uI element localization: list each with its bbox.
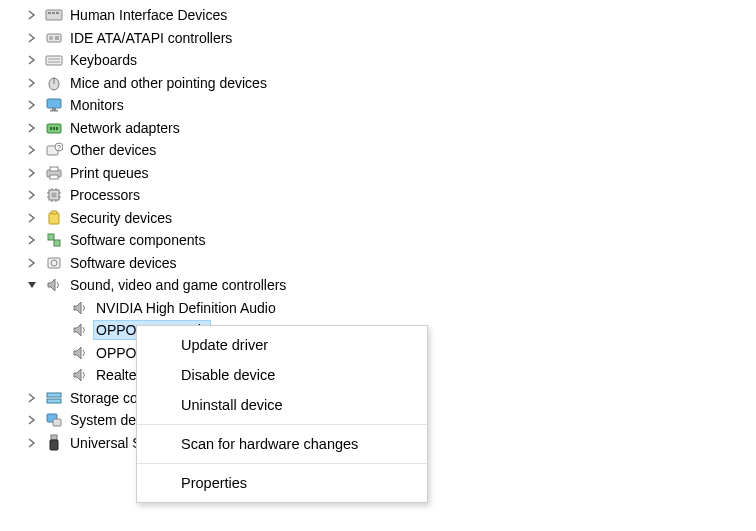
tree-item-network[interactable]: Network adapters: [6, 117, 756, 140]
context-menu: Update driver Disable device Uninstall d…: [136, 325, 428, 503]
tree-item-label: Print queues: [68, 164, 151, 182]
svg-rect-45: [51, 435, 57, 440]
system-icon: [44, 411, 64, 429]
svg-rect-14: [50, 110, 58, 112]
svg-rect-38: [54, 240, 60, 246]
svg-rect-16: [50, 127, 52, 130]
tree-item-keyboards[interactable]: Keyboards: [6, 49, 756, 72]
menu-uninstall-device[interactable]: Uninstall device: [137, 390, 427, 420]
tree-item-mice[interactable]: Mice and other pointing devices: [6, 72, 756, 95]
svg-point-5: [49, 36, 53, 40]
tree-item-processors[interactable]: Processors: [6, 184, 756, 207]
tree-item-sound-child[interactable]: NVIDIA High Definition Audio: [6, 297, 756, 320]
software-device-icon: [44, 254, 64, 272]
usb-icon: [44, 434, 64, 452]
tree-item-label: Other devices: [68, 141, 158, 159]
chevron-right-icon[interactable]: [24, 75, 40, 91]
chevron-right-icon[interactable]: [24, 165, 40, 181]
chevron-right-icon[interactable]: [24, 30, 40, 46]
svg-rect-46: [50, 440, 58, 450]
sound-icon: [70, 321, 90, 339]
menu-separator: [137, 424, 427, 425]
tree-item-label: Software components: [68, 231, 207, 249]
chevron-down-icon[interactable]: [24, 277, 40, 293]
svg-rect-42: [47, 399, 61, 403]
sound-icon: [44, 276, 64, 294]
svg-rect-26: [52, 193, 57, 198]
svg-rect-18: [56, 127, 58, 130]
svg-rect-17: [53, 127, 55, 130]
chevron-right-icon[interactable]: [24, 435, 40, 451]
svg-rect-2: [52, 12, 55, 14]
svg-rect-13: [52, 108, 56, 110]
tree-item-label: Human Interface Devices: [68, 6, 229, 24]
tree-item-label: NVIDIA High Definition Audio: [94, 299, 278, 317]
tree-item-label: Security devices: [68, 209, 174, 227]
svg-rect-24: [50, 175, 58, 179]
tree-item-label: Processors: [68, 186, 142, 204]
chevron-right-icon[interactable]: [24, 210, 40, 226]
menu-separator: [137, 463, 427, 464]
svg-rect-1: [48, 12, 51, 14]
chevron-right-icon[interactable]: [24, 232, 40, 248]
chevron-right-icon[interactable]: [24, 120, 40, 136]
tree-item-label: Mice and other pointing devices: [68, 74, 269, 92]
sound-icon: [70, 344, 90, 362]
tree-item-label: Sound, video and game controllers: [68, 276, 288, 294]
sound-icon: [70, 299, 90, 317]
printer-icon: [44, 164, 64, 182]
svg-rect-37: [48, 234, 54, 240]
menu-update-driver[interactable]: Update driver: [137, 330, 427, 360]
svg-rect-41: [47, 393, 61, 397]
chevron-right-icon[interactable]: [24, 255, 40, 271]
tree-item-security[interactable]: Security devices: [6, 207, 756, 230]
chevron-right-icon[interactable]: [24, 7, 40, 23]
keyboard-icon: [44, 51, 64, 69]
chevron-right-icon[interactable]: [24, 97, 40, 113]
tree-item-swdev[interactable]: Software devices: [6, 252, 756, 275]
chevron-right-icon[interactable]: [24, 187, 40, 203]
chevron-right-icon[interactable]: [24, 390, 40, 406]
svg-rect-35: [49, 213, 59, 224]
ide-icon: [44, 29, 64, 47]
mouse-icon: [44, 74, 64, 92]
software-component-icon: [44, 231, 64, 249]
svg-rect-0: [46, 10, 62, 20]
tree-item-hid[interactable]: Human Interface Devices: [6, 4, 756, 27]
chevron-right-icon[interactable]: [24, 412, 40, 428]
hid-icon: [44, 6, 64, 24]
tree-item-label: Network adapters: [68, 119, 182, 137]
security-icon: [44, 209, 64, 227]
other-devices-icon: ?: [44, 141, 64, 159]
svg-text:?: ?: [57, 144, 61, 151]
cpu-icon: [44, 186, 64, 204]
svg-rect-36: [51, 211, 57, 214]
tree-item-label: Software devices: [68, 254, 179, 272]
svg-rect-3: [56, 12, 59, 14]
menu-scan-hardware[interactable]: Scan for hardware changes: [137, 429, 427, 459]
tree-item-label: Monitors: [68, 96, 126, 114]
svg-rect-23: [50, 167, 58, 171]
menu-disable-device[interactable]: Disable device: [137, 360, 427, 390]
tree-item-label: IDE ATA/ATAPI controllers: [68, 29, 234, 47]
chevron-right-icon[interactable]: [24, 52, 40, 68]
tree-item-other[interactable]: ? Other devices: [6, 139, 756, 162]
storage-icon: [44, 389, 64, 407]
tree-item-monitors[interactable]: Monitors: [6, 94, 756, 117]
network-icon: [44, 119, 64, 137]
sound-icon: [70, 366, 90, 384]
tree-item-label: Keyboards: [68, 51, 139, 69]
tree-item-ide[interactable]: IDE ATA/ATAPI controllers: [6, 27, 756, 50]
tree-item-sound[interactable]: Sound, video and game controllers: [6, 274, 756, 297]
menu-properties[interactable]: Properties: [137, 468, 427, 498]
monitor-icon: [44, 96, 64, 114]
tree-item-print[interactable]: Print queues: [6, 162, 756, 185]
tree-item-swcomp[interactable]: Software components: [6, 229, 756, 252]
svg-rect-44: [53, 419, 61, 426]
svg-rect-6: [55, 36, 59, 40]
svg-rect-12: [47, 99, 61, 108]
svg-rect-7: [46, 56, 62, 65]
chevron-right-icon[interactable]: [24, 142, 40, 158]
